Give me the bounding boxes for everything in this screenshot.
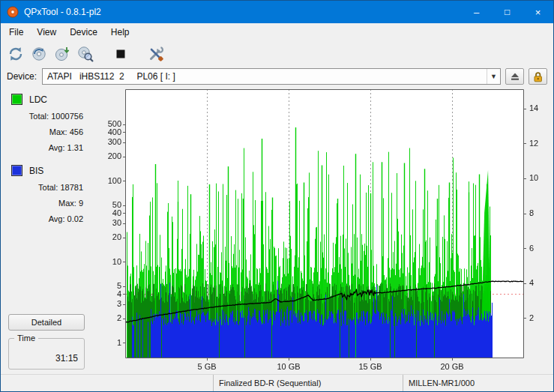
maximize-button[interactable]: □ <box>492 1 523 23</box>
lock-button[interactable] <box>529 68 547 85</box>
ldc-avg: Avg: 1.31 <box>8 140 85 156</box>
tools-icon <box>148 46 164 62</box>
minimize-button[interactable]: – <box>461 1 492 23</box>
qpxtool-window: QPxTool - 0.8.1-pl2 – □ × File View Devi… <box>0 0 554 392</box>
disc-read-icon <box>54 46 70 62</box>
time-groupbox: Time 31:15 <box>8 338 85 370</box>
disc-info-button[interactable] <box>75 43 96 64</box>
menu-view[interactable]: View <box>30 25 63 40</box>
title-bar[interactable]: QPxTool - 0.8.1-pl2 – □ × <box>1 1 553 23</box>
ldc-series-header: LDC <box>8 94 85 105</box>
status-panel-empty <box>1 375 213 391</box>
quality-chart-area <box>91 86 553 374</box>
lock-icon <box>533 71 543 82</box>
quality-graph-canvas <box>91 86 552 374</box>
disc-refresh-icon <box>31 46 47 62</box>
window-title: QPxTool - 0.8.1-pl2 <box>24 7 461 17</box>
scan-disc-button[interactable] <box>28 43 49 64</box>
preferences-button[interactable] <box>145 43 166 64</box>
time-group-label: Time <box>14 334 38 343</box>
stop-icon <box>112 46 129 62</box>
rescan-button[interactable] <box>5 43 26 64</box>
ldc-max: Max: 456 <box>8 124 85 140</box>
stop-button[interactable] <box>110 43 131 64</box>
menu-bar: File View Device Help <box>1 23 553 41</box>
detailed-button[interactable]: Detailed <box>8 314 85 331</box>
bis-series-header: BIS <box>8 165 85 176</box>
app-icon <box>7 6 19 18</box>
ldc-series-label: LDC <box>29 94 47 105</box>
status-bar: Finalized BD-R (Sequential) MILLEN-MR1/0… <box>1 374 553 391</box>
bis-max: Max: 9 <box>8 196 85 211</box>
menu-help[interactable]: Help <box>104 25 136 40</box>
device-label: Device: <box>7 71 37 82</box>
status-disc-id: MILLEN-MR1/000 <box>403 375 553 391</box>
ldc-stats: Total: 1000756 Max: 456 Avg: 1.31 <box>8 109 85 156</box>
bis-stats: Total: 18781 Max: 9 Avg: 0.02 <box>8 180 85 227</box>
ldc-total: Total: 1000756 <box>8 109 85 124</box>
menu-device[interactable]: Device <box>63 25 104 40</box>
scan-time-value: 31:15 <box>55 353 78 364</box>
device-row: Device: ATAPI iHBS112 2 PL06 [ I: ] ▼ <box>1 67 553 86</box>
stats-sidebar: LDC Total: 1000756 Max: 456 Avg: 1.31 BI… <box>1 86 91 374</box>
device-combobox-value: ATAPI iHBS112 2 PL06 [ I: ] <box>43 71 487 82</box>
disc-magnifier-icon <box>77 46 94 62</box>
toolbar <box>1 41 553 67</box>
close-button[interactable]: × <box>523 1 553 23</box>
bis-color-swatch[interactable] <box>11 165 22 176</box>
menu-file[interactable]: File <box>2 25 30 40</box>
bis-avg: Avg: 0.02 <box>8 211 85 227</box>
status-media-type: Finalized BD-R (Sequential) <box>213 375 403 391</box>
eject-icon <box>511 73 520 81</box>
bis-total: Total: 18781 <box>8 180 85 196</box>
chevron-down-icon[interactable]: ▼ <box>487 69 500 84</box>
circular-arrows-icon <box>7 46 24 62</box>
eject-button[interactable] <box>505 68 524 85</box>
main-area: LDC Total: 1000756 Max: 456 Avg: 1.31 BI… <box>1 86 553 374</box>
bis-series-label: BIS <box>29 166 43 176</box>
device-combobox[interactable]: ATAPI iHBS112 2 PL06 [ I: ] ▼ <box>42 68 501 85</box>
ldc-color-swatch[interactable] <box>11 94 22 105</box>
read-disc-button[interactable] <box>52 43 73 64</box>
